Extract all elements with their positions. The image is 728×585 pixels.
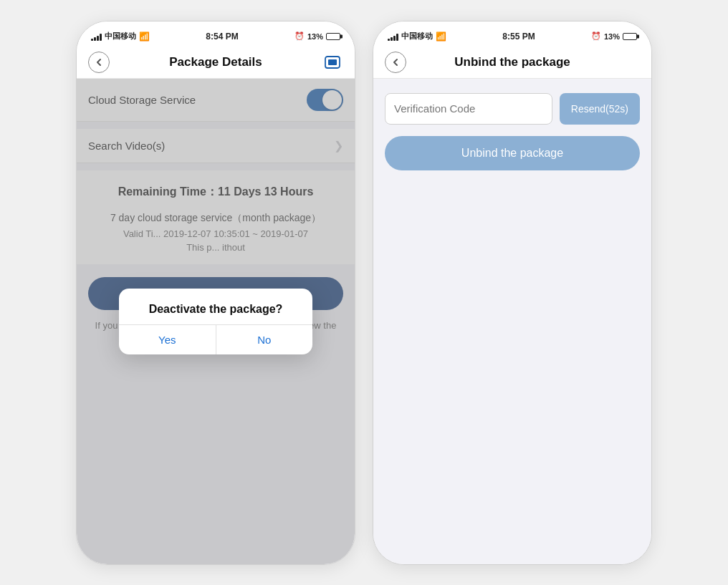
- verification-row: Resend(52s): [385, 93, 640, 125]
- alarm-icon-1: ⏰: [294, 32, 305, 41]
- time-1: 8:54 PM: [206, 32, 238, 42]
- battery-percent-1: 13%: [307, 32, 323, 41]
- nav-bar-1: Package Details: [77, 47, 355, 79]
- nav-bar-2: Unbind the package: [373, 47, 651, 79]
- resend-button[interactable]: Resend(52s): [560, 93, 640, 125]
- battery-bar-2: [623, 33, 637, 40]
- signal-icon-1: [91, 32, 102, 41]
- status-right-1: ⏰ 13%: [294, 32, 340, 41]
- signal-icon-2: [388, 32, 398, 41]
- battery-percent-2: 13%: [604, 32, 620, 41]
- unbind-button[interactable]: Unbind the package: [385, 136, 640, 170]
- dialog-buttons: Yes No: [119, 325, 312, 354]
- status-left-2: 中国移动 📶: [388, 31, 446, 42]
- carrier-1: 中国移动: [105, 31, 136, 42]
- verification-code-input[interactable]: [385, 93, 552, 125]
- back-button-1[interactable]: [88, 52, 110, 73]
- battery-bar-1: [326, 33, 340, 40]
- status-left-1: 中国移动 📶: [91, 31, 150, 42]
- nav-title-1: Package Details: [110, 55, 322, 69]
- phone2-content: Resend(52s) Unbind the package: [373, 79, 651, 564]
- dialog-no-button[interactable]: No: [216, 325, 313, 354]
- dialog-title: Deactivate the package?: [119, 289, 312, 324]
- status-right-2: ⏰ 13%: [591, 32, 637, 41]
- time-2: 8:55 PM: [502, 32, 535, 42]
- back-button-2[interactable]: [385, 52, 406, 73]
- nav-action-icon-1[interactable]: [322, 52, 343, 73]
- svg-rect-1: [328, 59, 337, 65]
- status-bar-2: 中国移动 📶 8:55 PM ⏰ 13%: [373, 21, 651, 47]
- status-bar-1: 中国移动 📶 8:54 PM ⏰ 13%: [77, 21, 355, 47]
- phone1-frame: 中国移动 📶 8:54 PM ⏰ 13% Package Details: [76, 21, 355, 565]
- alarm-icon-2: ⏰: [591, 32, 601, 41]
- deactivate-dialog: Deactivate the package? Yes No: [119, 289, 312, 354]
- wifi-icon-2: 📶: [436, 32, 446, 42]
- wifi-icon-1: 📶: [139, 32, 150, 42]
- nav-title-2: Unbind the package: [406, 55, 618, 69]
- dialog-yes-button[interactable]: Yes: [119, 325, 216, 354]
- carrier-2: 中国移动: [401, 31, 433, 42]
- dialog-overlay: Deactivate the package? Yes No: [77, 79, 355, 564]
- phone2-frame: 中国移动 📶 8:55 PM ⏰ 13% Unbind the package …: [373, 21, 652, 565]
- phone1-content: Cloud Storage Service Search Video(s) ❯ …: [77, 79, 355, 564]
